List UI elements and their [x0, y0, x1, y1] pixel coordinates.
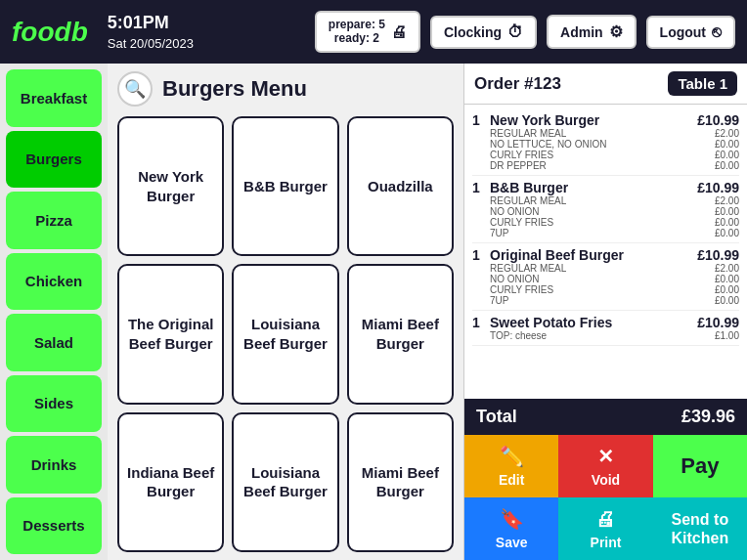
- menu-item-indiana-beef-burger[interactable]: Indiana Beef Burger: [117, 412, 224, 552]
- header: foodb 5:01PM Sat 20/05/2023 prepare: 5 r…: [0, 0, 747, 64]
- pay-button[interactable]: Pay: [653, 435, 747, 497]
- order-item-3: 1 Original Beef Burger £10.99 REGULAR ME…: [472, 243, 739, 311]
- clocking-label: Clocking: [444, 24, 502, 40]
- logout-icon: ⎋: [712, 23, 722, 41]
- search-icon: 🔍: [124, 78, 146, 100]
- logout-label: Logout: [660, 24, 706, 40]
- admin-label: Admin: [560, 24, 603, 40]
- sidebar-item-desserts[interactable]: Desserts: [6, 497, 102, 555]
- main-area: Breakfast Burgers Pizza Chicken Salad Si…: [0, 64, 747, 560]
- print-button[interactable]: 🖨 Print: [558, 497, 652, 560]
- order-item-4: 1 Sweet Potato Fries £10.99 TOP: cheese£…: [472, 311, 739, 346]
- clock-icon: ⏱: [507, 23, 523, 41]
- void-icon: ✕: [597, 445, 614, 468]
- send-to-kitchen-button[interactable]: Send to Kitchen: [653, 497, 747, 560]
- menu-item-original-beef-burger[interactable]: The Original Beef Burger: [117, 264, 224, 404]
- edit-icon: ✏️: [500, 445, 524, 468]
- sidebar-item-pizza[interactable]: Pizza: [6, 192, 102, 249]
- menu-item-bb-burger[interactable]: B&B Burger: [232, 116, 338, 256]
- current-date: Sat 20/05/2023: [108, 35, 194, 53]
- total-value: £39.96: [681, 407, 735, 427]
- order-item-1-qty: 1: [472, 112, 484, 128]
- order-item-3-subs: REGULAR MEAL£2.00 NO ONION£0.00 CURLY FR…: [472, 263, 739, 306]
- order-item-2: 1 B&B Burger £10.99 REGULAR MEAL£2.00 NO…: [472, 176, 739, 243]
- order-item-3-price: £10.99: [697, 247, 739, 263]
- sidebar-item-drinks[interactable]: Drinks: [6, 436, 102, 494]
- order-item-3-qty: 1: [472, 247, 484, 263]
- sidebar-item-burgers[interactable]: Burgers: [6, 131, 102, 189]
- order-item-2-name: B&B Burger: [490, 180, 568, 195]
- order-item-2-price: £10.99: [697, 180, 739, 195]
- menu-item-new-york-burger[interactable]: New York Burger: [117, 116, 224, 256]
- print-icon: 🖨: [595, 508, 615, 531]
- menu-title: Burgers Menu: [162, 76, 307, 102]
- sidebar-item-chicken[interactable]: Chicken: [6, 253, 102, 311]
- order-item-2-qty: 1: [472, 180, 484, 195]
- menu-item-louisiana-beef-burger-1[interactable]: Louisiana Beef Burger: [232, 264, 338, 404]
- save-button[interactable]: 🔖 Save: [464, 497, 558, 560]
- admin-button[interactable]: Admin ⚙: [547, 15, 637, 49]
- logo: foodb: [12, 17, 88, 48]
- clocking-button[interactable]: Clocking ⏱: [430, 16, 537, 49]
- order-item-3-name: Original Beef Burger: [490, 247, 624, 263]
- order-item-4-subs: TOP: cheese£1.00: [472, 330, 739, 341]
- menu-area: 🔍 Burgers Menu New York Burger B&B Burge…: [108, 64, 463, 560]
- menu-header: 🔍 Burgers Menu: [117, 71, 454, 107]
- order-item-1-price: £10.99: [697, 112, 739, 128]
- order-item-4-name: Sweet Potato Fries: [490, 315, 612, 330]
- total-label: Total: [476, 407, 517, 427]
- order-item-4-price: £10.99: [697, 315, 739, 330]
- datetime: 5:01PM Sat 20/05/2023: [108, 11, 194, 53]
- prepare-ready-button[interactable]: prepare: 5 ready: 2 🖨: [315, 11, 420, 52]
- search-icon-box[interactable]: 🔍: [117, 71, 153, 107]
- printer-icon: 🖨: [391, 23, 407, 41]
- prepare-label: prepare: 5 ready: 2: [329, 19, 385, 44]
- current-time: 5:01PM: [108, 11, 194, 35]
- logout-button[interactable]: Logout ⎋: [646, 16, 735, 49]
- menu-item-ouadzilla[interactable]: Ouadzilla: [347, 116, 454, 256]
- order-total-row: Total £39.96: [464, 399, 747, 435]
- order-item-2-subs: REGULAR MEAL£2.00 NO ONION£0.00 CURLY FR…: [472, 195, 739, 238]
- menu-item-louisiana-beef-burger-2[interactable]: Louisiana Beef Burger: [232, 412, 338, 552]
- menu-item-miami-beef-burger-2[interactable]: Miami Beef Burger: [347, 412, 454, 552]
- sidebar: Breakfast Burgers Pizza Chicken Salad Si…: [0, 64, 108, 560]
- order-header: Order #123 Table 1: [464, 64, 747, 105]
- sidebar-item-sides[interactable]: Sides: [6, 375, 102, 433]
- order-id: Order #123: [474, 74, 561, 94]
- menu-grid: New York Burger B&B Burger Ouadzilla The…: [117, 116, 454, 552]
- order-panel: Order #123 Table 1 1 New York Burger £10…: [463, 64, 747, 560]
- gear-icon: ⚙: [609, 22, 623, 41]
- order-item-1-subs: REGULAR MEAL£2.00 NO LETTUCE, NO ONION£0…: [472, 128, 739, 171]
- order-item-1-name: New York Burger: [490, 112, 599, 128]
- table-badge: Table 1: [668, 71, 737, 96]
- menu-item-miami-beef-burger-1[interactable]: Miami Beef Burger: [347, 264, 454, 404]
- void-button[interactable]: ✕ Void: [558, 435, 652, 497]
- sidebar-item-breakfast[interactable]: Breakfast: [6, 69, 102, 127]
- edit-button[interactable]: ✏️ Edit: [464, 435, 558, 497]
- order-item-4-qty: 1: [472, 315, 484, 330]
- order-items-list: 1 New York Burger £10.99 REGULAR MEAL£2.…: [464, 105, 747, 399]
- sidebar-item-salad[interactable]: Salad: [6, 314, 102, 371]
- order-item-1: 1 New York Burger £10.99 REGULAR MEAL£2.…: [472, 108, 739, 176]
- save-icon: 🔖: [500, 507, 524, 531]
- order-actions: ✏️ Edit ✕ Void Pay 🔖 Save 🖨 Print Send t…: [464, 435, 747, 560]
